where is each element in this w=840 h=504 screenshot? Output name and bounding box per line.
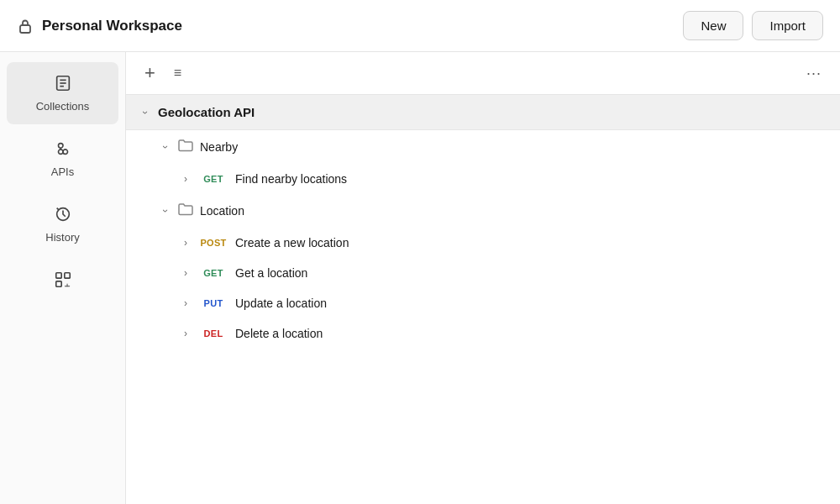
header-buttons: New Import xyxy=(683,11,823,40)
request-row-update-location[interactable]: PUT Update a location xyxy=(126,288,840,318)
toolbar: + ≡ ··· xyxy=(126,52,840,95)
method-badge-get-location: GET xyxy=(198,268,228,278)
sidebar-item-history[interactable]: History xyxy=(7,193,118,255)
request-chevron-update-location xyxy=(180,297,192,309)
collection-row-geolocation[interactable]: Geolocation API xyxy=(126,95,840,130)
folder-icon-nearby xyxy=(178,139,193,155)
svg-rect-13 xyxy=(55,281,60,286)
svg-rect-0 xyxy=(20,25,30,33)
lock-icon xyxy=(17,18,34,34)
main-layout: Collections APIs xyxy=(0,52,840,504)
history-icon xyxy=(54,205,72,227)
request-name-delete-location: Delete a location xyxy=(235,327,323,340)
request-chevron-find-nearby xyxy=(180,173,192,185)
header-left: Personal Workspace xyxy=(17,18,182,34)
add-button[interactable]: + xyxy=(139,60,160,86)
history-label: History xyxy=(45,231,79,244)
folder-row-location[interactable]: Location xyxy=(126,194,840,228)
request-name-update-location: Update a location xyxy=(235,297,327,310)
import-button[interactable]: Import xyxy=(752,11,823,40)
apis-icon xyxy=(54,139,72,161)
more-button[interactable]: ··· xyxy=(801,63,827,84)
request-name-create-location: Create a new location xyxy=(235,236,349,249)
svg-rect-12 xyxy=(64,273,69,278)
request-name-find-nearby: Find nearby locations xyxy=(235,172,347,186)
collection-name-geolocation: Geolocation API xyxy=(158,105,255,119)
filter-button[interactable]: ≡ xyxy=(167,62,188,84)
folder-chevron-nearby xyxy=(160,141,171,153)
folder-row-nearby[interactable]: Nearby xyxy=(126,130,840,164)
svg-point-5 xyxy=(58,144,63,149)
request-row-delete-location[interactable]: DEL Delete a location xyxy=(126,318,840,349)
method-badge-post-create: POST xyxy=(198,238,228,248)
apis-label: APIs xyxy=(51,165,74,178)
request-chevron-create-location xyxy=(180,237,192,249)
request-chevron-get-location xyxy=(180,267,192,279)
request-row-find-nearby[interactable]: GET Find nearby locations xyxy=(126,164,840,194)
workspace-title: Personal Workspace xyxy=(42,18,182,34)
sidebar: Collections APIs xyxy=(0,52,126,504)
method-badge-put-update: PUT xyxy=(198,298,228,308)
addons-icon xyxy=(54,270,72,292)
svg-rect-15 xyxy=(64,286,69,286)
method-badge-del-delete: DEL xyxy=(198,328,228,339)
sidebar-item-collections[interactable]: Collections xyxy=(7,62,118,124)
collections-label: Collections xyxy=(36,100,90,113)
header: Personal Workspace New Import xyxy=(0,0,840,52)
filter-icon: ≡ xyxy=(174,66,181,80)
svg-rect-11 xyxy=(55,273,60,278)
content-area: + ≡ ··· Geolocation API xyxy=(126,52,840,504)
sidebar-item-addons[interactable] xyxy=(7,259,118,304)
request-chevron-delete-location xyxy=(180,328,192,339)
request-row-create-location[interactable]: POST Create a new location xyxy=(126,228,840,258)
request-row-get-location[interactable]: GET Get a location xyxy=(126,258,840,288)
collections-tree: Geolocation API Nearby GET xyxy=(126,95,840,349)
folder-icon-location xyxy=(178,202,193,219)
request-name-get-location: Get a location xyxy=(235,266,307,280)
collection-chevron-geolocation xyxy=(139,107,151,118)
folder-name-location: Location xyxy=(200,204,244,218)
svg-point-7 xyxy=(58,150,63,155)
folder-chevron-location xyxy=(160,205,171,217)
search-input[interactable] xyxy=(195,66,795,80)
new-button[interactable]: New xyxy=(683,11,743,40)
collections-icon xyxy=(54,74,72,96)
sidebar-item-apis[interactable]: APIs xyxy=(7,128,118,190)
method-badge-get-nearby: GET xyxy=(198,174,228,184)
folder-name-nearby: Nearby xyxy=(200,140,238,154)
